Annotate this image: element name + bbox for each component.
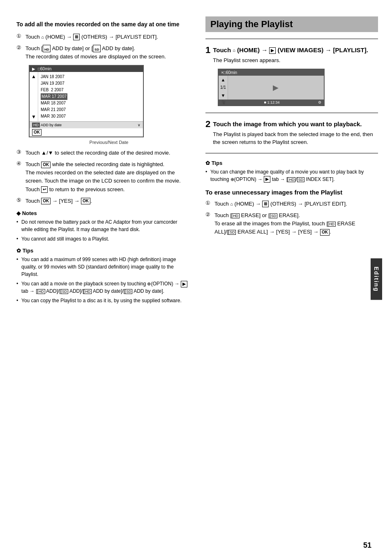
hd-add-tip: HD xyxy=(37,289,45,294)
left-section-title: To add all the movies recorded on the sa… xyxy=(16,21,189,29)
date-caption: Previous/Next Date xyxy=(29,140,189,145)
erase-step-num-1: ① xyxy=(205,200,214,208)
divider-2 xyxy=(205,113,378,113)
lcd-date-6: MAR 21 2007 xyxy=(41,107,67,113)
playlist-play-area: ▶ xyxy=(230,77,322,98)
right-step2-body: The Playlist is played back from the sel… xyxy=(213,130,378,146)
lcd-nav-col: ▲ ▼ xyxy=(30,72,38,121)
notes-icon: ◆ xyxy=(16,210,21,216)
erase-step-num-2: ② xyxy=(205,211,214,236)
erase-title: To erase unnecessary images from the Pla… xyxy=(205,188,378,197)
left-step-4: ④ Touch OK while the selected recording … xyxy=(16,160,189,194)
playing-banner-title: Playing the Playlist xyxy=(210,19,373,30)
right-step1-title: Touch ⌂ (HOME) → ▶ (VIEW IMAGES) → [PLAY… xyxy=(213,46,368,54)
ok-box-5a[interactable]: OK xyxy=(41,198,51,204)
lcd-dates: JAN 18 2007 JAN 19 2007 FEB 2 2007 MAR 1… xyxy=(41,74,67,120)
right-step-2: 2 Touch the image from which you want to… xyxy=(205,120,378,146)
step-text-1: Touch ⌂ (HOME) → ⊞ (OTHERS) → [PLAYLIST … xyxy=(25,33,189,41)
lcd-screen-container: ▶ □60min ▲ ▼ JAN 18 2007 JAN 19 2007 FEB… xyxy=(29,65,189,145)
others-box-erase: ⊞ xyxy=(262,201,269,207)
page-number: 51 xyxy=(363,541,371,550)
others-box: ⊞ xyxy=(73,34,80,40)
tips1-icon: ✿ xyxy=(16,248,21,254)
ok-box-5b[interactable]: OK xyxy=(81,198,90,204)
playlist-down[interactable]: ▼ xyxy=(221,93,226,98)
hd-add-date-tip: HD xyxy=(84,289,92,294)
home-icon-erase: ⌂ xyxy=(230,201,233,208)
playlist-screen-container: × □60min ▲ 1/1 ▼ ▶ xyxy=(218,69,378,106)
step-text-2: Touch [HD ADD by date] or [SD ADD by dat… xyxy=(25,44,189,61)
lcd-date-7: MAR 30 2007 xyxy=(41,113,67,120)
lcd-date-5: MAR 18 2007 xyxy=(41,100,67,107)
return-box[interactable]: ↩ xyxy=(41,186,48,193)
step-text-5: Touch OK → [YES] → OK. xyxy=(25,197,189,205)
hd-index-r: HD xyxy=(288,177,295,182)
lcd-bottom-bar: HD ADD by date ∨ xyxy=(30,121,143,128)
lcd-battery: □60min xyxy=(38,67,51,71)
lcd-date-4-highlight: MAR 17 2007 xyxy=(41,93,67,100)
playlist-counter: 1/1 xyxy=(220,85,226,90)
lcd-screen: ▶ □60min ▲ ▼ JAN 18 2007 JAN 19 2007 FEB… xyxy=(29,65,144,137)
left-step-3: ③ Touch ▲/▼ to select the recording date… xyxy=(16,149,189,157)
home-icon: ⌂ xyxy=(41,34,44,41)
playlist-content-area: ▶ xyxy=(228,76,324,100)
hd-erase-all: HD xyxy=(328,222,336,227)
view-tab-tip: ▶ xyxy=(181,281,187,287)
playlist-footer: 🎥 ■ 1:12:34 ⚙ xyxy=(219,100,324,105)
ok-box-4[interactable]: OK xyxy=(41,162,51,168)
right-column: Playing the Playlist 1 Touch ⌂ (HOME) → … xyxy=(197,12,382,546)
left-step-2: ② Touch [HD ADD by date] or [SD ADD by d… xyxy=(16,44,189,61)
tips2-icon: ✿ xyxy=(205,160,210,166)
right-step1-number: 1 xyxy=(205,46,210,55)
notes-list: Do not remove the battery pack or the AC… xyxy=(16,218,189,243)
lcd-ok-area: OK xyxy=(30,128,143,137)
note-item-2: You cannot add still images to a Playlis… xyxy=(16,235,189,243)
sd-add-tip: SD xyxy=(61,289,69,294)
tips1-item-1: You can add a maximum of 999 scenes with… xyxy=(16,256,189,278)
playlist-time: ■ 1:12:34 xyxy=(264,100,280,104)
tips2-list: You can change the image quality of a mo… xyxy=(205,168,378,183)
lcd-add-by-date-btn[interactable]: HD ADD by date xyxy=(32,123,62,127)
hd-label-add: HD xyxy=(43,45,51,52)
playlist-up[interactable]: ▲ xyxy=(221,77,226,82)
playlist-nav-col: ▲ 1/1 ▼ xyxy=(219,76,228,100)
step-text-4: Touch OK while the selected recording da… xyxy=(25,160,189,194)
tips2-section: ✿ Tips You can change the image quality … xyxy=(205,160,378,183)
home-icon-r1: ⌂ xyxy=(233,47,235,53)
erase-section: To erase unnecessary images from the Pla… xyxy=(205,188,378,236)
tab-icon-r: ▶ xyxy=(264,176,270,183)
playlist-screen: × □60min ▲ 1/1 ▼ ▶ xyxy=(218,69,325,106)
lcd-date-1: JAN 18 2007 xyxy=(41,74,67,80)
step-num-2: ② xyxy=(16,44,25,61)
right-step1-body: The Playlist screen appears. xyxy=(213,56,368,65)
step-num-3: ③ xyxy=(16,149,25,157)
tips1-item-3: You can copy the Playlist to a disc as i… xyxy=(16,297,189,304)
tips1-item-2: You can add a movie on the playback scre… xyxy=(16,280,189,295)
lcd-body: JAN 18 2007 JAN 19 2007 FEB 2 2007 MAR 1… xyxy=(38,72,70,121)
lcd-disk-icon: ▶ xyxy=(32,67,35,71)
lcd-ok-btn[interactable]: OK xyxy=(32,129,42,136)
tips2-item-1: You can change the image quality of a mo… xyxy=(205,168,378,183)
lcd-up-arrow[interactable]: ▲ xyxy=(31,74,36,79)
notes-title: ◆ Notes xyxy=(16,210,189,216)
lcd-main-area: ▲ ▼ JAN 18 2007 JAN 19 2007 FEB 2 2007 M… xyxy=(30,72,143,121)
tips1-list: You can add a maximum of 999 scenes with… xyxy=(16,256,189,304)
erase-step-text-2: Touch [HD ERASE] or [SD ERASE]. To erase… xyxy=(214,211,378,236)
ok-box-erase[interactable]: OK xyxy=(320,229,330,236)
note-item-1: Do not remove the battery pack or the AC… xyxy=(16,218,189,233)
sd-index-r: SD xyxy=(297,177,305,182)
divider-3 xyxy=(205,153,378,153)
editing-tab: Editing xyxy=(371,258,382,300)
sd-label-add: SD xyxy=(93,45,101,52)
playlist-header: × □60min xyxy=(219,69,324,76)
lcd-date-2: JAN 19 2007 xyxy=(41,80,67,87)
sd-erase-all: SD xyxy=(228,230,236,235)
step-num-4: ④ xyxy=(16,160,25,194)
erase-step-2: ② Touch [HD ERASE] or [SD ERASE]. To era… xyxy=(205,211,378,236)
right-step1-header: 1 Touch ⌂ (HOME) → ▶ (VIEW IMAGES) → [PL… xyxy=(205,46,378,65)
notes-section: ◆ Notes Do not remove the battery pack o… xyxy=(16,210,189,243)
lcd-header: ▶ □60min xyxy=(30,66,143,72)
lcd-down-arrow[interactable]: ▼ xyxy=(31,114,36,120)
left-step-1: ① Touch ⌂ (HOME) → ⊞ (OTHERS) → [PLAYLIS… xyxy=(16,33,189,41)
step-text-3: Touch ▲/▼ to select the recording date o… xyxy=(25,149,189,157)
